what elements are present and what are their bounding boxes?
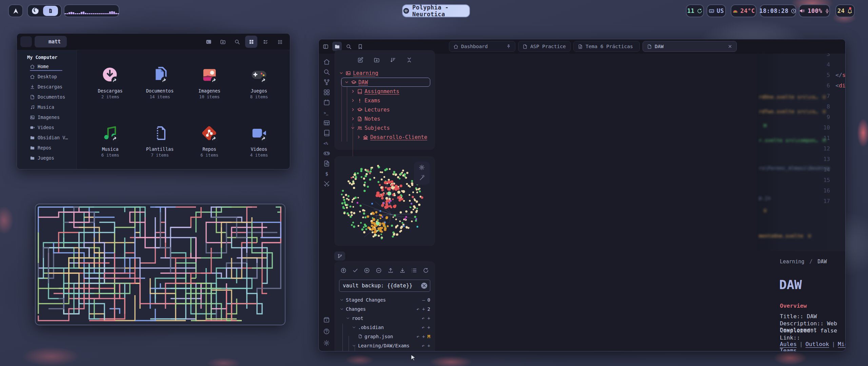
tab-tema-6-pr-cticas-[interactable]: Tema 6 Prácticas -… bbox=[573, 41, 640, 52]
pin-icon[interactable] bbox=[506, 44, 511, 49]
tab-dashboard[interactable]: Dashboard bbox=[449, 41, 515, 52]
notifications-module[interactable]: 24 bbox=[835, 4, 855, 17]
git-check-button[interactable] bbox=[352, 267, 358, 275]
git-arrow-up-circle-button[interactable] bbox=[340, 267, 347, 275]
toggle-right-sidebar-button[interactable] bbox=[835, 42, 845, 51]
git-list-button[interactable] bbox=[411, 267, 417, 275]
volume-module[interactable]: 100% bbox=[799, 4, 830, 17]
git-minus-circle-button[interactable] bbox=[376, 267, 382, 275]
folder-item-videos[interactable]: Videos4 items bbox=[234, 111, 284, 169]
graph-wand-button[interactable] bbox=[419, 175, 425, 182]
new-note-button[interactable] bbox=[357, 57, 363, 64]
sidebar-left-nav-button[interactable] bbox=[321, 42, 330, 51]
tab-list-button[interactable] bbox=[825, 42, 834, 51]
updates-module[interactable]: 11 bbox=[686, 4, 704, 17]
terminal-ribbon-button[interactable]: >_ bbox=[323, 109, 330, 116]
folder-item-imagenes[interactable]: Imagenes10 items bbox=[185, 53, 234, 111]
gear-button[interactable] bbox=[323, 340, 330, 348]
git-row-graph-json[interactable]: graph.json↶ +M bbox=[334, 332, 435, 341]
git-row--obsidian[interactable]: .obsidian↶ + bbox=[334, 323, 435, 332]
sidebar-item-obsidian-v-[interactable]: Obsidian V… bbox=[17, 133, 77, 143]
workspaces-module[interactable] bbox=[27, 4, 62, 17]
folder-plus-tool[interactable] bbox=[217, 36, 229, 48]
tree-item-learning[interactable]: Learning bbox=[334, 68, 435, 78]
book-ribbon-button[interactable] bbox=[323, 129, 330, 137]
code-pct-ribbon-button[interactable]: <% bbox=[323, 140, 330, 147]
gamepad-ribbon-button[interactable] bbox=[323, 150, 330, 157]
note-breadcrumb[interactable]: Learning / DAW bbox=[780, 259, 827, 265]
git-row-root[interactable]: root↶ + bbox=[334, 313, 435, 323]
search-ribbon-button[interactable] bbox=[323, 68, 330, 76]
sidebar-item-videos[interactable]: Videos bbox=[17, 122, 77, 133]
folder-item-plantillas[interactable]: Plantillas7 items bbox=[135, 111, 184, 169]
close-tab-icon[interactable] bbox=[728, 44, 732, 49]
clear-input-button[interactable] bbox=[421, 283, 427, 289]
folder-item-juegos[interactable]: Juegos8 items bbox=[234, 53, 284, 111]
sidebar-item-musica[interactable]: Musica bbox=[17, 102, 77, 112]
folder-item-repos[interactable]: Repos6 items bbox=[185, 111, 234, 169]
folder-item-musica[interactable]: Musica6 items bbox=[85, 111, 135, 169]
git-fork-ribbon-button[interactable] bbox=[323, 79, 330, 86]
git-row-changes[interactable]: Changes↶ +2 bbox=[334, 304, 435, 313]
location-breadcrumb[interactable]: matt bbox=[35, 36, 67, 47]
git-upload-button[interactable] bbox=[388, 267, 394, 275]
sidebar-item-imagenes[interactable]: Imagenes bbox=[17, 112, 77, 122]
sidebar-item-documentos[interactable]: Documentos bbox=[17, 92, 77, 102]
tab-daw[interactable]: DAW bbox=[643, 41, 737, 52]
git-tab-chip[interactable] bbox=[334, 251, 345, 261]
collapse-button[interactable] bbox=[406, 57, 412, 64]
swords-ribbon-button[interactable] bbox=[323, 180, 330, 187]
git-row-actions[interactable]: ↶ + bbox=[416, 334, 425, 339]
table-ribbon-button[interactable] bbox=[323, 119, 330, 126]
git-refresh-button[interactable] bbox=[423, 267, 429, 275]
home-ribbon-button[interactable] bbox=[323, 58, 330, 65]
new-tab-button[interactable] bbox=[745, 42, 755, 51]
tree-item-daw[interactable]: DAW bbox=[334, 78, 435, 87]
link-outlook[interactable]: Outlook bbox=[806, 341, 829, 347]
sort-button[interactable] bbox=[390, 57, 396, 64]
git-download-tray-button[interactable] bbox=[399, 267, 406, 275]
git-row-staged-changes[interactable]: Staged Changes—0 bbox=[334, 295, 435, 304]
folder-item-documentos[interactable]: Documentos14 items bbox=[135, 53, 184, 111]
launcher-button[interactable] bbox=[8, 4, 23, 17]
folder-nav-button[interactable] bbox=[332, 42, 342, 51]
folder-plus-button[interactable] bbox=[374, 57, 380, 64]
sidebar-item-descargas[interactable]: Descargas bbox=[17, 82, 77, 92]
sidebar-item-repos[interactable]: Repos bbox=[17, 143, 77, 153]
tab-asp-practice-6[interactable]: ASP Practice 6 bbox=[518, 41, 571, 52]
back-button[interactable] bbox=[20, 36, 32, 47]
active-workspace[interactable] bbox=[43, 6, 58, 16]
git-row-actions[interactable]: ↶ + bbox=[422, 343, 430, 348]
forward-button[interactable] bbox=[70, 36, 82, 47]
sidebar-group-header[interactable]: My Computer bbox=[17, 50, 77, 61]
audio-visualizer-module[interactable] bbox=[64, 4, 119, 17]
sidebar-item-desktop[interactable]: Desktop bbox=[17, 72, 77, 82]
git-row-actions[interactable]: ↶ + bbox=[416, 306, 425, 312]
tree-item-assignments[interactable]: Assignments bbox=[334, 87, 435, 96]
keyboard-layout-module[interactable]: US bbox=[707, 4, 726, 17]
search-nav-button[interactable] bbox=[344, 42, 353, 51]
layout-grid-ribbon-button[interactable] bbox=[323, 89, 330, 96]
vault-button[interactable] bbox=[323, 317, 330, 325]
tree-item-notes[interactable]: Notes bbox=[334, 114, 435, 123]
file-search-ribbon-button[interactable] bbox=[323, 160, 330, 167]
compact-view-tool[interactable] bbox=[274, 36, 286, 48]
clock-module[interactable]: 18:08:28 bbox=[760, 4, 796, 17]
git-row-actions[interactable]: ↶ + bbox=[422, 316, 430, 321]
grid-view-tool[interactable] bbox=[245, 36, 257, 48]
commit-message-input[interactable] bbox=[339, 283, 418, 289]
tree-item-lectures[interactable]: Lectures bbox=[334, 105, 435, 114]
git-row-learning-daw-exams[interactable]: Learning/DAW/Exams↶ + bbox=[334, 341, 435, 350]
firefox-icon[interactable] bbox=[31, 6, 40, 15]
sidebar-item-juegos[interactable]: Juegos bbox=[17, 153, 77, 163]
bookmark-nav-button[interactable] bbox=[355, 42, 365, 51]
tree-item-subjects[interactable]: Subjects bbox=[334, 123, 435, 133]
help-button[interactable] bbox=[323, 328, 330, 336]
git-row-actions[interactable]: ↶ + bbox=[422, 325, 430, 330]
list-view-tool[interactable] bbox=[259, 36, 272, 48]
terminal-dollar-tool[interactable]: $_ bbox=[202, 36, 215, 48]
git-row-actions[interactable]: — bbox=[422, 297, 425, 303]
graph-gear-button[interactable] bbox=[419, 164, 425, 172]
sidebar-item-home[interactable]: Home bbox=[17, 61, 77, 72]
media-player-module[interactable]: Polyphia - Neurotica bbox=[402, 4, 470, 17]
